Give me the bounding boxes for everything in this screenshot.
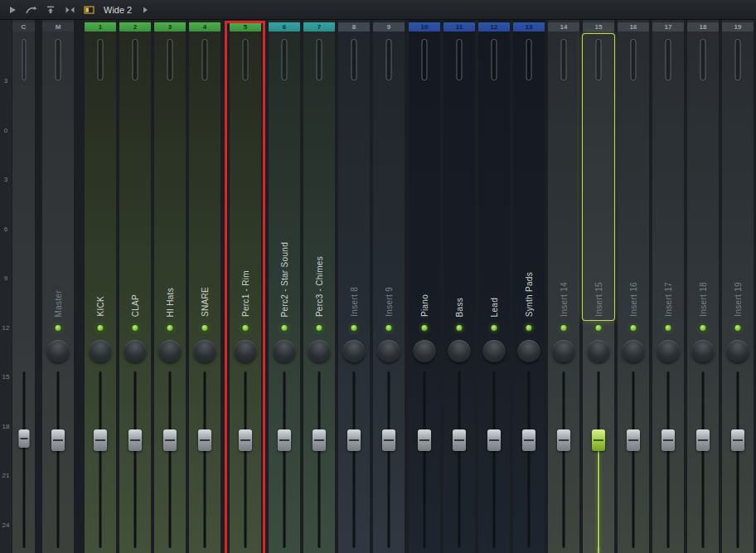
volume-fader[interactable] xyxy=(338,371,370,548)
fader-track[interactable] xyxy=(493,371,496,548)
fader-track[interactable] xyxy=(245,371,247,548)
fader-handle[interactable] xyxy=(592,429,605,451)
fader-handle[interactable] xyxy=(94,429,107,451)
fader-handle[interactable] xyxy=(627,429,640,451)
fader-track[interactable] xyxy=(388,371,390,548)
fader-handle[interactable] xyxy=(163,429,177,451)
volume-fader[interactable] xyxy=(548,371,579,548)
volume-fader[interactable] xyxy=(652,371,684,548)
channel-number[interactable]: 4 xyxy=(189,22,220,32)
pan-knob[interactable] xyxy=(308,340,331,362)
mute-led-icon[interactable] xyxy=(351,325,357,331)
layout-icon[interactable] xyxy=(83,4,94,16)
fader-track[interactable] xyxy=(204,371,206,548)
pan-knob[interactable] xyxy=(235,340,257,362)
pan-knob[interactable] xyxy=(553,340,575,362)
fader-track[interactable] xyxy=(353,371,356,548)
fader-track[interactable] xyxy=(563,371,565,548)
volume-fader[interactable] xyxy=(189,371,220,548)
dock-icon[interactable] xyxy=(64,4,75,16)
channel-body[interactable]: Insert 8 xyxy=(338,34,370,320)
channel-strip[interactable]: 19 Insert 19 xyxy=(722,20,754,553)
fader-track[interactable] xyxy=(318,371,321,548)
channel-strip[interactable]: 18 Insert 18 xyxy=(687,20,719,553)
mute-led-icon[interactable] xyxy=(561,325,567,331)
channel-number[interactable]: 8 xyxy=(338,22,370,32)
pan-knob[interactable] xyxy=(378,340,400,362)
mute-led-icon[interactable] xyxy=(202,325,208,331)
channel-strip[interactable]: C xyxy=(12,20,35,553)
fader-handle[interactable] xyxy=(731,429,744,451)
volume-fader[interactable] xyxy=(722,371,754,548)
channel-strip[interactable]: 14 Insert 14 xyxy=(548,20,579,553)
channel-strip[interactable]: M Master xyxy=(42,20,74,553)
channel-number[interactable]: 10 xyxy=(409,22,440,32)
pan-knob[interactable] xyxy=(448,340,471,362)
channel-strip[interactable]: 8 Insert 8 xyxy=(338,20,370,553)
channel-body[interactable]: Perc1 - Rim xyxy=(230,34,261,320)
pan-knob[interactable] xyxy=(90,340,112,362)
fader-handle[interactable] xyxy=(696,429,710,451)
volume-fader[interactable] xyxy=(154,371,186,548)
channel-number[interactable]: 16 xyxy=(618,22,649,32)
channel-number[interactable]: 17 xyxy=(652,22,684,32)
channel-body[interactable]: HI Hats xyxy=(154,34,186,320)
fader-track[interactable] xyxy=(424,371,426,548)
channel-number[interactable]: M xyxy=(42,22,74,32)
volume-fader[interactable] xyxy=(618,371,649,548)
fader-track[interactable] xyxy=(702,371,705,548)
channel-body[interactable]: Synth Pads xyxy=(513,34,545,320)
fader-track[interactable] xyxy=(458,371,461,548)
fader-track[interactable] xyxy=(528,371,531,548)
mute-led-icon[interactable] xyxy=(386,325,392,331)
fader-handle[interactable] xyxy=(557,429,570,451)
channel-number[interactable]: 13 xyxy=(513,22,545,32)
mute-led-icon[interactable] xyxy=(133,325,138,331)
channel-number[interactable]: 2 xyxy=(119,22,151,32)
fader-handle[interactable] xyxy=(128,429,142,451)
fader-track[interactable] xyxy=(632,371,635,548)
channel-body[interactable]: Piano xyxy=(409,34,440,320)
pan-knob[interactable] xyxy=(518,340,540,362)
pan-knob[interactable] xyxy=(623,340,645,362)
fader-handle[interactable] xyxy=(239,429,252,451)
channel-number[interactable]: 18 xyxy=(687,22,719,32)
channel-strip[interactable]: 10 Piano xyxy=(409,20,440,553)
mute-led-icon[interactable] xyxy=(282,325,288,331)
volume-fader[interactable] xyxy=(443,371,475,548)
pan-knob[interactable] xyxy=(727,340,749,362)
mute-led-icon[interactable] xyxy=(422,325,428,331)
channel-number[interactable]: 7 xyxy=(303,22,335,32)
fader-track[interactable] xyxy=(134,371,137,548)
fader-handle[interactable] xyxy=(18,429,29,448)
fader-handle[interactable] xyxy=(198,429,211,451)
channel-body[interactable]: Insert 17 xyxy=(652,34,684,320)
fader-handle[interactable] xyxy=(662,429,675,451)
fader-track[interactable] xyxy=(284,371,286,548)
channel-strip[interactable]: 12 Lead xyxy=(478,20,510,553)
channel-strip[interactable]: 15 Insert 15 xyxy=(583,20,614,553)
channel-body[interactable]: Master xyxy=(42,34,74,320)
channel-number[interactable]: 14 xyxy=(548,22,579,32)
raise-icon[interactable] xyxy=(45,4,56,16)
mute-led-icon[interactable] xyxy=(526,325,532,331)
channel-strip[interactable]: 13 Synth Pads xyxy=(513,20,545,553)
channel-strip[interactable]: 7 Perc3 - Chimes xyxy=(303,20,335,553)
channel-body[interactable]: CLAP xyxy=(119,34,151,320)
volume-fader[interactable] xyxy=(269,371,300,548)
channel-body[interactable]: Perc3 - Chimes xyxy=(303,34,335,320)
fader-handle[interactable] xyxy=(313,429,326,451)
channel-strip[interactable]: 9 Insert 9 xyxy=(373,20,405,553)
channel-strip[interactable]: 6 Perc2 - Star Sound xyxy=(269,20,300,553)
channel-strip[interactable]: 11 Bass xyxy=(443,20,475,553)
pan-knob[interactable] xyxy=(159,340,182,362)
volume-fader[interactable] xyxy=(42,371,74,548)
channel-number[interactable]: 5 xyxy=(230,22,261,32)
channel-body[interactable]: Insert 9 xyxy=(373,34,405,320)
mute-led-icon[interactable] xyxy=(243,325,249,331)
fader-handle[interactable] xyxy=(347,429,361,451)
volume-fader[interactable] xyxy=(230,371,261,548)
fader-track[interactable] xyxy=(57,371,60,548)
channel-body[interactable]: SNARE xyxy=(189,34,220,320)
pan-knob[interactable] xyxy=(194,340,216,362)
